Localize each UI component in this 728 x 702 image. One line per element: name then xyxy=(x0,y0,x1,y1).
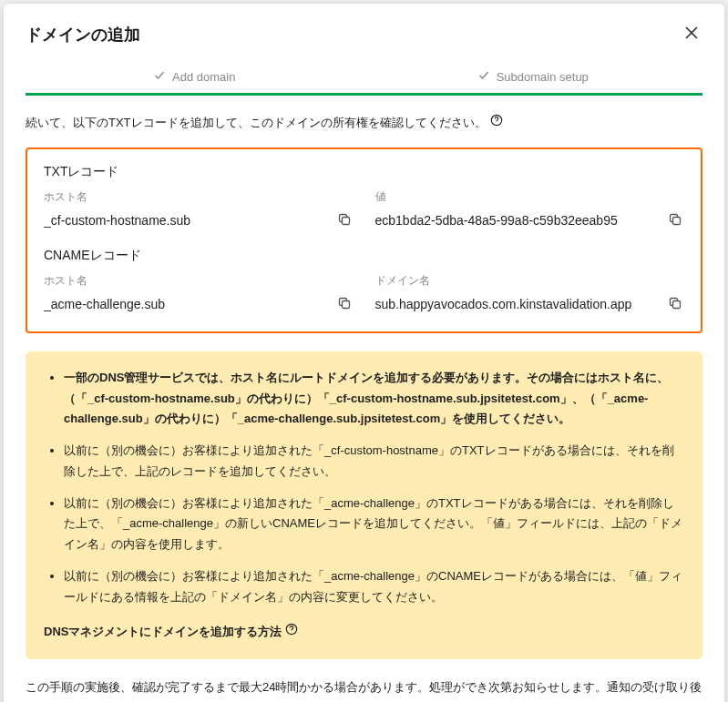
step-label: Add domain xyxy=(172,70,235,84)
svg-rect-1 xyxy=(342,217,349,224)
txt-record-section: TXTレコード ホスト名 _cf-custom-hostname.sub xyxy=(44,164,684,231)
copy-icon xyxy=(668,300,682,313)
dns-records-box: TXTレコード ホスト名 _cf-custom-hostname.sub xyxy=(26,148,702,333)
modal-header: ドメインの追加 xyxy=(4,4,724,56)
stepper: Add domain Subdomain setup xyxy=(26,70,702,96)
cname-record-section: CNAMEレコード ホスト名 _acme-challenge.sub xyxy=(44,248,684,315)
txt-record-heading: TXTレコード xyxy=(44,164,684,180)
copy-icon xyxy=(337,300,352,313)
cname-domain-label: ドメイン名 xyxy=(375,273,685,289)
copy-icon xyxy=(337,216,352,229)
txt-value-label: 値 xyxy=(375,189,685,205)
add-domain-modal: ドメインの追加 Add domain Subdomain setup 続いて、以… xyxy=(4,4,724,702)
modal-title: ドメインの追加 xyxy=(26,24,140,46)
txt-host-label: ホスト名 xyxy=(44,189,354,205)
info-item-rootdomain: 一部のDNS管理サービスでは、ホスト名にルートドメインを追加する必要があります。… xyxy=(64,368,684,430)
check-icon xyxy=(154,70,165,84)
info-item-cname-acme: 以前に（別の機会に）お客様により追加された「_acme-challenge」のC… xyxy=(64,566,684,608)
check-icon xyxy=(478,70,489,84)
dns-help-link[interactable]: DNSマネジメントにドメインを追加する方法 xyxy=(44,622,298,643)
svg-rect-2 xyxy=(673,217,681,224)
info-item-txt-cf: 以前に（別の機会に）お客様により追加された「_cf-custom-hostnam… xyxy=(64,441,684,483)
help-icon[interactable] xyxy=(490,114,503,133)
intro-label: 続いて、以下のTXTレコードを追加して、このドメインの所有権を確認してください。 xyxy=(26,114,487,133)
dns-help-link-label: DNSマネジメントにドメインを追加する方法 xyxy=(44,622,282,643)
copy-cname-host-button[interactable] xyxy=(335,294,354,315)
info-item-txt-acme: 以前に（別の機会に）お客様により追加された「_acme-challenge」のT… xyxy=(64,493,684,555)
cname-host-value: _acme-challenge.sub xyxy=(44,297,165,311)
help-icon xyxy=(285,622,298,643)
copy-cname-domain-button[interactable] xyxy=(666,294,684,315)
copy-icon xyxy=(668,216,682,229)
copy-txt-value-button[interactable] xyxy=(666,210,684,231)
info-item-rootdomain-text: 一部のDNS管理サービスでは、ホスト名にルートドメインを追加する必要があります。… xyxy=(64,371,669,426)
txt-host-value: _cf-custom-hostname.sub xyxy=(44,213,190,228)
info-box: 一部のDNS管理サービスでは、ホスト名にルートドメインを追加する必要があります。… xyxy=(26,351,702,659)
svg-rect-4 xyxy=(673,300,681,308)
step-label: Subdomain setup xyxy=(497,70,589,84)
step-subdomain-setup: Subdomain setup xyxy=(364,70,703,96)
cname-domain-value: sub.happyavocados.com.kinstavalidation.a… xyxy=(375,297,632,311)
cname-record-heading: CNAMEレコード xyxy=(44,248,684,264)
cname-host-label: ホスト名 xyxy=(44,273,354,289)
close-icon xyxy=(684,29,699,43)
intro-text: 続いて、以下のTXTレコードを追加して、このドメインの所有権を確認してください。 xyxy=(26,114,702,133)
modal-content: 続いて、以下のTXTレコードを追加して、このドメインの所有権を確認してください。… xyxy=(4,96,724,702)
followup-text: この手順の実施後、確認が完了するまで最大24時間かかる場合があります。処理ができ… xyxy=(26,677,702,702)
copy-txt-host-button[interactable] xyxy=(335,210,354,231)
close-button[interactable] xyxy=(681,22,702,46)
step-add-domain: Add domain xyxy=(26,70,364,96)
txt-value-value: ecb1bda2-5dba-48a5-99a8-c59b32eeab95 xyxy=(375,213,618,228)
svg-rect-3 xyxy=(342,300,349,308)
